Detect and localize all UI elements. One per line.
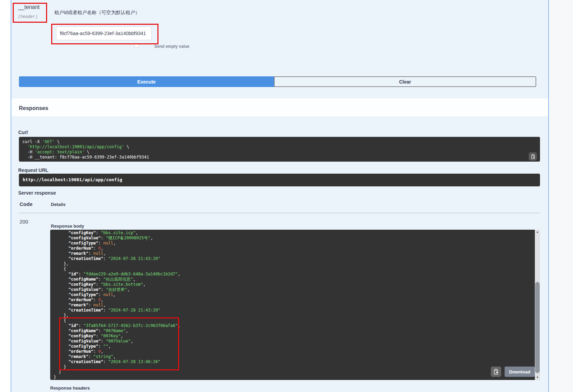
code-segment-p: }	[54, 364, 66, 369]
code-line: "configValue": "你好世界",	[54, 287, 533, 292]
code-segment-s: "007Name"	[103, 328, 126, 333]
code-line: "remark": null,	[54, 251, 533, 256]
code-segment-p: :	[103, 256, 108, 261]
code-segment-k: "configValue"	[68, 287, 101, 292]
code-segment-s: "站点底部信息"	[103, 277, 133, 282]
code-segment-nul: null	[103, 241, 113, 246]
code-line: "configKey": "bbs.site.icp",	[54, 230, 533, 236]
code-segment-p	[54, 303, 68, 307]
send-empty-value-checkbox[interactable]	[134, 43, 139, 48]
code-segment-p: :	[88, 303, 93, 307]
code-line: },	[54, 313, 533, 318]
code-column-header: Code	[20, 201, 33, 207]
code-segment-s: "赣ICP备20008025号"	[106, 236, 151, 240]
code-segment-k: "creationTime"	[68, 359, 103, 364]
code-segment-p: ,	[151, 236, 153, 240]
code-segment-p	[54, 349, 68, 354]
code-line: -H __tenant: f8cf76aa-ac59-6399-23ef-3a1…	[22, 155, 537, 160]
code-segment-p: :	[88, 354, 93, 359]
code-segment-p	[54, 334, 68, 338]
code-line: "configKey": "007Key",	[54, 334, 533, 339]
curl-label: Curl	[18, 130, 28, 135]
code-segment-p	[22, 144, 27, 149]
code-segment-p	[54, 292, 68, 297]
code-segment-k: "configValue"	[68, 339, 101, 344]
code-segment-s: ""	[103, 344, 108, 349]
code-segment-s: "string"	[93, 354, 113, 359]
code-line: "creationTime": "2024-07-28 21:43:20"	[54, 256, 533, 261]
code-segment-p: ,	[113, 241, 115, 246]
execute-button[interactable]: Execute	[19, 76, 274, 87]
copy-curl-button[interactable]	[529, 152, 537, 161]
code-segment-p	[54, 354, 68, 359]
code-segment-p: -H __tenant: f8cf76aa-ac59-6399-23ef-3a1…	[22, 155, 149, 160]
page-right-gutter	[549, 0, 573, 392]
code-line: ]	[54, 370, 533, 375]
code-segment-p: ,	[126, 328, 128, 333]
response-scrollbar-thumb[interactable]	[535, 282, 540, 373]
code-segment-s: "fddae229-a2e9-ddb3-648a-3a140bc1b2d7"	[84, 272, 178, 276]
code-line: {	[54, 266, 533, 272]
code-line: "remark": null,	[54, 303, 533, 308]
opblock-right-border	[548, 0, 549, 392]
response-body-code: "configKey": "bbs.site.icp", "configValu…	[54, 230, 533, 380]
code-line: -H 'accept: text/plain' \	[22, 150, 537, 155]
code-segment-p: ,	[143, 282, 145, 287]
code-line: "configValue": "007Value",	[54, 339, 533, 344]
code-segment-p: ,	[113, 292, 115, 297]
code-line: "configValue": "赣ICP备20008025号",	[54, 236, 533, 241]
code-segment-k: "configType"	[68, 241, 98, 246]
response-body-label: Response body	[51, 224, 84, 229]
code-segment-p: \	[124, 144, 129, 149]
code-segment-p: :	[93, 297, 98, 302]
code-segment-p: ,	[101, 297, 103, 302]
scrollbar-down-arrow[interactable]: ▼	[535, 375, 540, 380]
code-line: {	[54, 318, 533, 323]
code-segment-p: :	[98, 277, 103, 282]
code-segment-p: :	[101, 339, 106, 344]
code-segment-p	[54, 359, 68, 364]
code-segment-p	[54, 241, 68, 246]
code-line: "orderNum": 0,	[54, 297, 533, 303]
scrollbar-up-arrow[interactable]: ▲	[535, 230, 540, 235]
code-segment-p	[54, 323, 68, 328]
code-segment-p: ,	[131, 339, 133, 344]
code-segment-p	[54, 251, 68, 256]
download-button[interactable]: Download	[505, 367, 535, 377]
responses-title: Responses	[19, 105, 48, 111]
code-segment-p	[54, 328, 68, 333]
code-segment-p	[54, 256, 68, 261]
code-segment-p: },	[54, 261, 68, 266]
code-segment-p: :	[78, 272, 83, 276]
code-segment-p: ,	[178, 272, 180, 276]
opblock-left-border	[11, 0, 11, 392]
clipboard-copy-icon	[493, 369, 499, 375]
code-segment-k: "orderNum"	[68, 349, 93, 354]
code-segment-p: ,	[101, 349, 103, 354]
code-segment-k: "id"	[68, 272, 78, 276]
code-segment-k: "orderNum"	[68, 246, 93, 251]
parameter-name: __tenant	[18, 4, 40, 10]
code-segment-k: "configType"	[68, 292, 98, 297]
code-segment-p: }	[54, 375, 56, 380]
clear-button[interactable]: Clear	[274, 76, 536, 87]
code-segment-p: :	[101, 287, 106, 292]
code-line: "orderNum": 0,	[54, 246, 533, 251]
code-segment-p: ,	[113, 354, 115, 359]
code-segment-k: "remark"	[68, 251, 88, 256]
code-segment-p: ,	[108, 344, 111, 349]
response-body-block[interactable]: "configKey": "bbs.site.icp", "configValu…	[50, 230, 540, 380]
code-segment-p: -H	[22, 150, 35, 154]
code-segment-nul: null	[93, 303, 103, 307]
status-code: 200	[20, 219, 28, 225]
code-line: "orderNum": 0,	[54, 349, 533, 354]
code-line: "configName": "站点底部信息",	[54, 277, 533, 282]
code-segment-p: :	[98, 241, 103, 246]
parameter-location: (header)	[18, 14, 38, 19]
details-column-header: Details	[51, 202, 66, 207]
tenant-value-input[interactable]	[56, 26, 152, 40]
code-segment-k: "configKey"	[68, 334, 96, 338]
copy-response-button[interactable]	[491, 367, 501, 377]
code-segment-k: "configKey"	[68, 282, 96, 287]
code-segment-p: :	[93, 349, 98, 354]
